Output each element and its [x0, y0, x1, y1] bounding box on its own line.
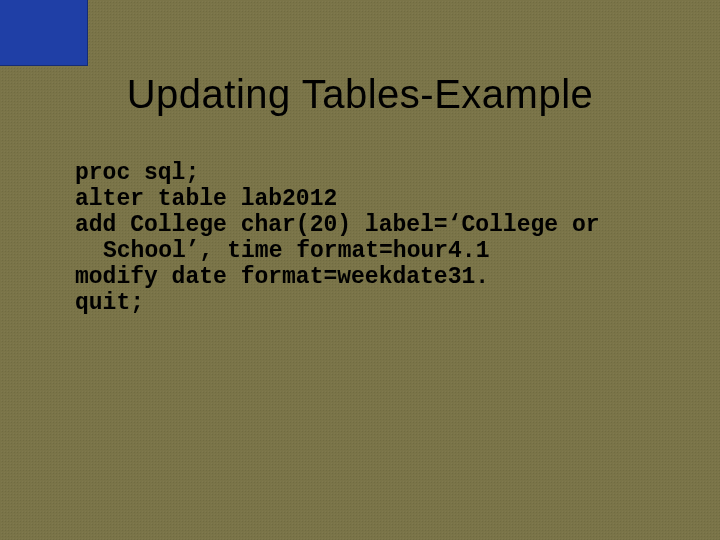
code-line: proc sql;	[75, 160, 199, 186]
decorative-sidebar	[0, 0, 88, 66]
slide: Updating Tables-Example proc sql; alter …	[0, 0, 720, 540]
code-line: modify date format=weekdate31.	[75, 264, 489, 290]
code-line: quit;	[75, 290, 144, 316]
slide-title: Updating Tables-Example	[0, 72, 720, 117]
code-line: add College char(20) label=‘College or	[75, 212, 600, 238]
code-block: proc sql; alter table lab2012 add Colleg…	[75, 160, 680, 316]
code-line-continuation: School’, time format=hour4.1	[75, 238, 680, 264]
code-line: alter table lab2012	[75, 186, 337, 212]
